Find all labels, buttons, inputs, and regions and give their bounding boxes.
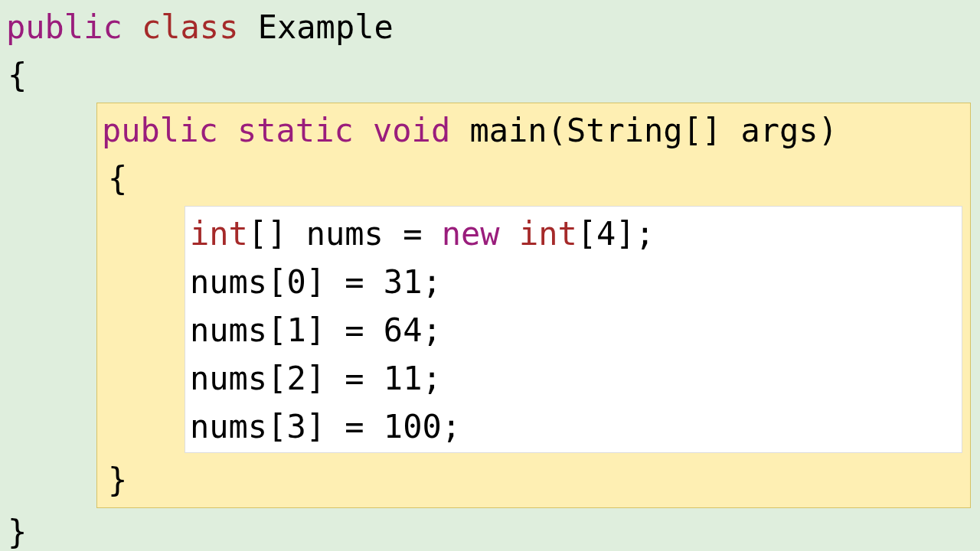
keyword-int: int — [190, 215, 248, 253]
method-declaration: public static void main(String[] args) — [102, 106, 965, 155]
method-highlight-box: public static void main(String[] args) {… — [96, 103, 971, 508]
class-close-brace: } — [6, 508, 974, 551]
assign-line: nums[2] = 11; — [190, 354, 957, 403]
class-name: Example — [258, 8, 394, 46]
code-block: public class Example { public static voi… — [6, 3, 974, 551]
class-declaration: public class Example — [6, 3, 974, 51]
assign-line: nums[1] = 64; — [190, 306, 957, 354]
array-declaration: int[] nums = new int[4]; — [190, 210, 957, 258]
assign-line: nums[0] = 31; — [190, 258, 957, 306]
class-open-brace: { — [6, 51, 974, 99]
method-params: (String[] args) — [547, 112, 838, 149]
assign-line: nums[3] = 100; — [190, 403, 957, 451]
method-name: main — [469, 112, 547, 149]
array-body-box: int[] nums = new int[4]; nums[0] = 31; n… — [185, 206, 962, 453]
keyword-void: void — [373, 112, 450, 149]
keyword-static: static — [237, 112, 354, 149]
keyword-public: public — [102, 112, 218, 149]
keyword-public: public — [6, 8, 122, 46]
keyword-new: new — [442, 215, 500, 253]
keyword-int: int — [519, 215, 577, 253]
keyword-class: class — [142, 8, 238, 46]
method-open-brace: { — [102, 155, 965, 203]
method-close-brace: } — [102, 456, 965, 504]
